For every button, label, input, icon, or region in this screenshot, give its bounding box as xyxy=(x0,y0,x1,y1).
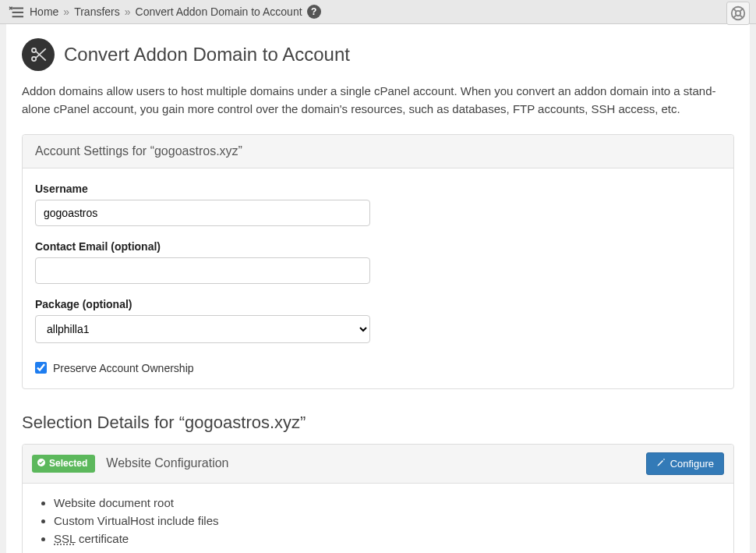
breadcrumb: Home » Transfers » Convert Addon Domain … xyxy=(30,5,321,19)
selected-badge: Selected xyxy=(32,455,95,473)
account-settings-panel: Account Settings for “gogoastros.xyz” Us… xyxy=(22,134,734,389)
check-icon xyxy=(37,458,46,470)
scissors-icon xyxy=(22,38,55,71)
configure-button-label: Configure xyxy=(670,458,714,470)
email-label: Contact Email (optional) xyxy=(35,240,721,253)
package-group: Package (optional) allphilla1 xyxy=(35,298,721,343)
page-title: Convert Addon Domain to Account xyxy=(64,44,350,66)
topbar: Home » Transfers » Convert Addon Domain … xyxy=(0,0,756,24)
account-settings-body: Username Contact Email (optional) Packag… xyxy=(23,168,733,388)
svg-line-8 xyxy=(740,16,744,19)
svg-line-6 xyxy=(740,9,744,12)
configure-button[interactable]: Configure xyxy=(646,452,724,475)
breadcrumb-sep: » xyxy=(63,5,69,18)
list-item: Website document root xyxy=(54,496,721,509)
preserve-ownership-row: Preserve Account Ownership xyxy=(35,357,721,374)
ssl-rest: certificate xyxy=(76,532,129,545)
menu-icon[interactable] xyxy=(8,5,25,19)
ssl-abbr: SSL xyxy=(54,532,76,545)
account-settings-header: Account Settings for “gogoastros.xyz” xyxy=(23,135,733,168)
selected-badge-label: Selected xyxy=(49,458,87,469)
svg-line-5 xyxy=(733,9,737,12)
intro-text: Addon domains allow users to host multip… xyxy=(22,82,734,119)
selection-panel-header: Selected Website Configuration Configure xyxy=(23,445,733,484)
breadcrumb-sep: » xyxy=(125,5,131,18)
help-icon[interactable]: ? xyxy=(307,5,321,19)
list-item: Custom VirtualHost include files xyxy=(54,514,721,527)
svg-line-7 xyxy=(733,16,737,19)
username-group: Username xyxy=(35,183,721,226)
list-item: SSL certificate xyxy=(54,532,721,545)
support-icon[interactable] xyxy=(726,2,750,25)
username-label: Username xyxy=(35,183,721,195)
pencil-icon xyxy=(656,458,666,470)
package-select[interactable]: allphilla1 xyxy=(35,315,370,343)
package-label: Package (optional) xyxy=(35,298,721,310)
username-input[interactable] xyxy=(35,200,370,226)
selection-heading: Selection Details for “gogoastros.xyz” xyxy=(22,413,734,433)
breadcrumb-transfers[interactable]: Transfers xyxy=(74,5,120,18)
svg-point-4 xyxy=(736,11,740,16)
selection-panel: Selected Website Configuration Configure… xyxy=(22,444,734,554)
breadcrumb-current: Convert Addon Domain to Account xyxy=(136,5,302,18)
breadcrumb-home[interactable]: Home xyxy=(30,5,58,18)
page-title-row: Convert Addon Domain to Account xyxy=(22,38,734,71)
email-group: Contact Email (optional) xyxy=(35,240,721,284)
website-config-title: Website Configuration xyxy=(106,456,228,470)
email-input[interactable] xyxy=(35,257,370,284)
page-body: Convert Addon Domain to Account Addon do… xyxy=(6,24,750,553)
preserve-ownership-checkbox[interactable] xyxy=(35,362,47,374)
preserve-ownership-label: Preserve Account Ownership xyxy=(53,362,194,374)
selection-list: Website document root Custom VirtualHost… xyxy=(23,484,733,554)
